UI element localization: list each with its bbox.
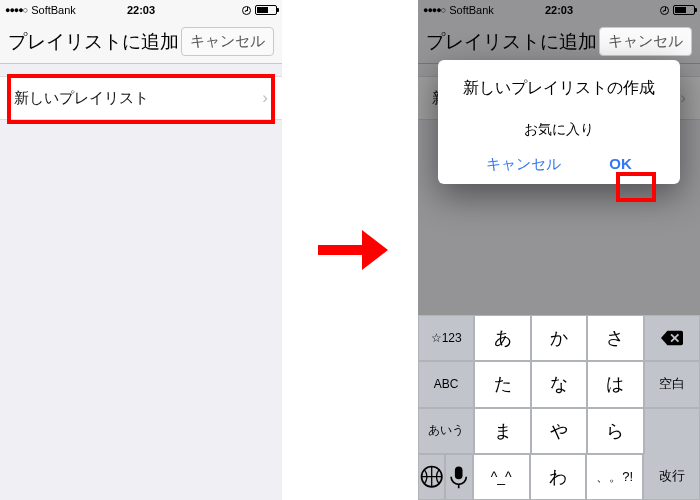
clock-label: 22:03 (418, 4, 700, 16)
key-numeric-mode[interactable]: ☆123 (418, 315, 474, 361)
svg-rect-1 (455, 467, 463, 480)
key-wa[interactable]: わ (530, 454, 587, 500)
page-title: プレイリストに追加 (426, 29, 599, 55)
key-ka[interactable]: か (531, 315, 587, 361)
delete-icon (661, 330, 683, 346)
alarm-icon (242, 6, 251, 15)
dialog-ok-button[interactable]: OK (609, 155, 632, 174)
create-playlist-dialog: 新しいプレイリストの作成 お気に入り キャンセル OK (438, 60, 680, 184)
key-ra[interactable]: ら (587, 408, 643, 454)
screen-create-playlist-dialog: ●●●●○ SoftBank 22:03 プレイリストに追加 キャンセル 新しい… (418, 0, 700, 500)
status-bar: ●●●●○ SoftBank 22:03 (418, 0, 700, 20)
key-return[interactable]: 改行 (643, 454, 700, 500)
alarm-icon (660, 6, 669, 15)
dialog-cancel-button[interactable]: キャンセル (486, 155, 561, 174)
key-ma[interactable]: ま (474, 408, 530, 454)
key-return-upper[interactable] (644, 408, 700, 454)
key-ta[interactable]: た (474, 361, 530, 407)
status-bar: ●●●●○ SoftBank 22:03 (0, 0, 282, 20)
key-globe[interactable] (418, 454, 445, 500)
globe-icon (419, 464, 444, 489)
key-delete[interactable] (644, 315, 700, 361)
nav-bar: プレイリストに追加 キャンセル (418, 20, 700, 64)
key-kana-mode[interactable]: あいう (418, 408, 474, 454)
clock-label: 22:03 (0, 4, 282, 16)
new-playlist-label: 新しいプレイリスト (14, 89, 149, 108)
mic-icon (446, 464, 471, 489)
key-sa[interactable]: さ (587, 315, 643, 361)
key-abc-mode[interactable]: ABC (418, 361, 474, 407)
dialog-title: 新しいプレイリストの作成 (448, 78, 670, 99)
cancel-button[interactable]: キャンセル (599, 27, 692, 56)
cancel-button[interactable]: キャンセル (181, 27, 274, 56)
key-ha[interactable]: は (587, 361, 643, 407)
key-a[interactable]: あ (474, 315, 530, 361)
keyboard: ☆123 あ か さ ABC た な は 空白 あいう ま や ら (418, 315, 700, 500)
page-title: プレイリストに追加 (8, 29, 181, 55)
key-na[interactable]: な (531, 361, 587, 407)
key-kaomoji[interactable]: ^_^ (473, 454, 530, 500)
new-playlist-row[interactable]: 新しいプレイリスト › (0, 76, 282, 120)
key-punct[interactable]: 、。?! (586, 454, 643, 500)
battery-icon (255, 5, 277, 15)
key-mic[interactable] (445, 454, 472, 500)
playlist-name-field[interactable]: お気に入り (448, 121, 670, 139)
nav-bar: プレイリストに追加 キャンセル (0, 20, 282, 64)
screen-add-to-playlist: ●●●●○ SoftBank 22:03 プレイリストに追加 キャンセル 新しい… (0, 0, 282, 500)
key-ya[interactable]: や (531, 408, 587, 454)
chevron-right-icon: › (262, 88, 268, 108)
key-space[interactable]: 空白 (644, 361, 700, 407)
battery-icon (673, 5, 695, 15)
arrow-right-icon (318, 230, 388, 270)
